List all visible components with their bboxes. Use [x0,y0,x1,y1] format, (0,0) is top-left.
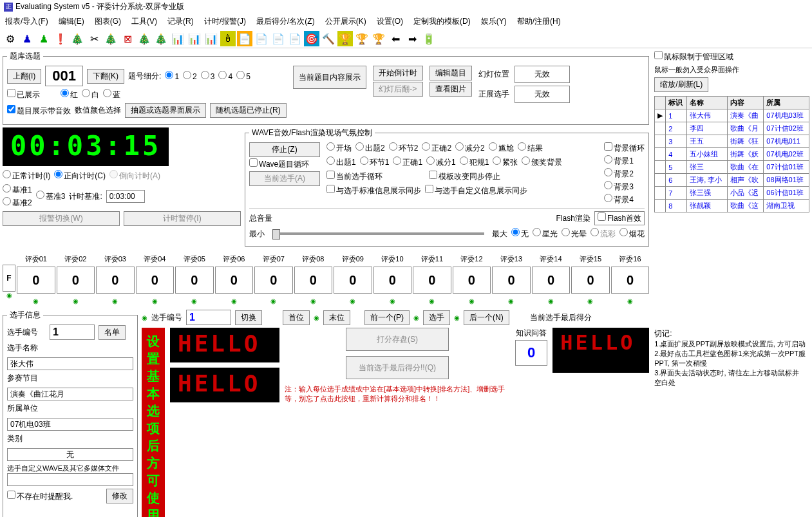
detail-opt[interactable]: 4 [218,71,232,81]
tool-icon[interactable]: ❗ [53,31,68,46]
flash-opt[interactable]: 光晕 [562,228,587,240]
wave-opt[interactable]: 尴尬 [489,142,514,154]
color-white[interactable]: 白 [82,89,99,100]
table-row[interactable]: 3王五街舞《狂07机电011 [655,135,809,148]
wave-opt[interactable]: 环节1 [360,156,390,168]
wave-opt[interactable]: 正确1 [393,156,422,168]
base3[interactable]: 基准3 [36,191,66,202]
bg-loop-checkbox[interactable]: 背景循环 [604,142,645,154]
wave-opt[interactable]: 出题2 [355,142,385,154]
wave-opt[interactable]: 减分1 [426,156,456,168]
menu-item[interactable]: 报表/导入(F) [3,15,51,28]
color-blue[interactable]: 蓝 [103,89,120,100]
player-type-input[interactable] [7,448,133,461]
player-no-input[interactable] [50,324,95,340]
table-row[interactable]: 4五小妹组街舞《妖07机电02班 [655,148,809,161]
wave-opt[interactable]: 环节2 [389,142,419,154]
save-score-button[interactable]: 打分存盘(S) [346,328,449,351]
detail-opt[interactable]: 5 [236,71,250,81]
switch-button[interactable]: 切换 [235,310,262,325]
player-unit-input[interactable] [7,418,133,431]
flash-opt[interactable]: 无 [511,228,529,240]
tool-icon[interactable]: 📄 [270,31,286,46]
wave-opt[interactable]: 紧张 [493,156,518,168]
judge-score[interactable]: 0 [136,267,175,294]
tool-icon[interactable]: 🎄 [137,31,152,46]
edit-question-button[interactable]: 编辑题目 [430,66,472,80]
table-row[interactable]: 5张三歌曲《在07计信01班 [655,161,809,174]
judge-score[interactable]: 0 [17,267,55,294]
table-row[interactable]: 6王涛, 李小相声《吹08网络01班 [655,174,809,187]
tool-icon[interactable]: 🕯 [220,31,236,46]
menu-item[interactable]: 公开展示(K) [323,15,369,28]
judge-score[interactable]: 0 [334,267,372,294]
mouse-lock-checkbox[interactable]: 鼠标限制于管理区域 [654,52,733,61]
wave-opt[interactable]: 犯规1 [460,156,489,168]
tool-icon[interactable]: 📄 [287,31,303,46]
menu-item[interactable]: 定制我的模板(D) [411,15,473,28]
judge-score[interactable]: 0 [175,267,214,294]
player-name-input[interactable] [7,357,133,370]
bg1[interactable]: 背景1 [604,155,645,167]
tool-icon[interactable]: 📊 [170,31,185,46]
tool-icon[interactable]: 🎄 [103,31,118,46]
tool-icon[interactable]: 🎄 [153,31,169,46]
wave-opt[interactable]: 颁奖背景 [522,156,562,168]
timer-normal[interactable]: 正常计时(I) [3,170,50,182]
stop-button[interactable]: 停止(Z) [249,142,320,157]
shown-checkbox[interactable]: 已展示 [7,89,40,100]
base2[interactable]: 基准2 [3,197,32,209]
current-question-button[interactable]: 当前题目内容展示 [293,66,366,89]
tool-icon[interactable]: ♟ [19,31,35,46]
judge-score[interactable]: 0 [413,267,451,294]
tool-icon[interactable]: 🔋 [421,31,437,46]
tpl-stop-checkbox[interactable]: 模板改变同步停止 [429,171,500,182]
wave-opt[interactable]: 正确2 [422,142,451,154]
table-row[interactable]: 8张靓颖歌曲《这湖南卫视 [655,200,809,212]
noexist-checkbox[interactable]: 不存在时提醒我. [7,491,73,502]
judge-score[interactable]: 0 [57,267,95,294]
page-up-button[interactable]: 上翻(I) [7,69,41,84]
judge-score[interactable]: 0 [453,267,491,294]
player-item-input[interactable] [7,388,133,400]
table-row[interactable]: ▶1张大伟演奏《曲07机电03班 [655,109,809,122]
menu-item[interactable]: 编辑(E) [56,15,87,28]
current-player-button[interactable]: 当前选手(A) [249,171,320,186]
base1[interactable]: 基准1 [3,184,32,196]
menu-item[interactable]: 设置(O) [374,15,406,28]
flash-opt[interactable]: 烟花 [619,228,645,240]
judge-score[interactable]: 0 [215,267,254,294]
cur-loop-checkbox[interactable]: 当前选手循环 [326,171,382,182]
last-button[interactable]: 末位 [323,310,350,325]
judge-score[interactable]: 0 [96,267,135,294]
tool-icon[interactable]: ♟ [36,31,52,46]
judge-score[interactable]: 0 [254,267,293,294]
detail-opt[interactable]: 1 [165,71,179,81]
flash-opt[interactable]: 流彩 [590,228,616,240]
custom-wave-input[interactable] [7,473,133,486]
effect-checkbox[interactable]: 题目展示带音效 [7,105,71,117]
tool-icon[interactable]: ⊠ [120,31,135,46]
tool-icon[interactable]: 🎄 [70,31,85,46]
arrow-left-icon[interactable]: ⬅ [388,31,403,46]
detail-opt[interactable]: 3 [201,71,215,81]
menu-item[interactable]: 记录(R) [165,15,196,28]
tool-icon[interactable]: 📄 [237,31,252,46]
view-picture-button[interactable]: 查看图片 [430,82,472,97]
list-button[interactable]: 名单 [99,325,126,340]
menu-item[interactable]: 娱乐(Y) [478,15,509,28]
zoom-refresh-button[interactable]: 缩放/刷新(L) [654,77,708,92]
menu-item[interactable]: 图表(G) [92,15,124,28]
page-down-button[interactable]: 下翻(K) [87,69,124,84]
judge-score[interactable]: 0 [294,267,333,294]
tool-icon[interactable]: ⚙ [3,31,18,46]
table-row[interactable]: 2李四歌曲《月07计信02班 [655,122,809,135]
pause-button[interactable]: 计时暂停(I) [124,211,241,226]
wave-opt[interactable]: 减分2 [455,142,485,154]
arrow-right-icon[interactable]: ➡ [404,31,420,46]
tool-icon[interactable]: 📊 [187,31,202,46]
alarm-button[interactable]: 报警切换(W) [3,211,120,226]
wave-opt[interactable]: 出题1 [326,156,356,168]
volume-slider[interactable] [272,232,484,235]
timer-forward[interactable]: 正向计时(C) [54,170,106,182]
